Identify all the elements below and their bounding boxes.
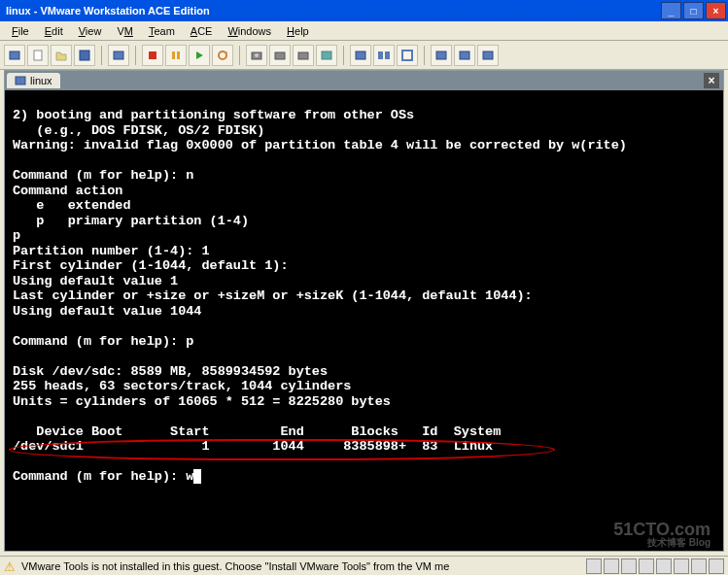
tray-printer-icon[interactable]	[709, 558, 724, 574]
tray-usb-icon[interactable]	[674, 558, 689, 574]
tray-cd-icon[interactable]	[621, 558, 637, 574]
toolbar-settings-icon[interactable]	[108, 45, 129, 66]
svg-rect-10	[275, 52, 285, 59]
play-button[interactable]	[189, 45, 210, 66]
svg-point-9	[255, 53, 259, 57]
warning-icon: ⚠	[4, 559, 17, 573]
close-button[interactable]: ×	[706, 2, 726, 19]
svg-rect-3	[114, 51, 123, 59]
menu-windows[interactable]: Windows	[220, 23, 279, 39]
menu-vm[interactable]: VM	[109, 23, 141, 39]
svg-rect-14	[378, 51, 383, 59]
tab-label: linux	[30, 75, 52, 86]
show-console-button[interactable]	[350, 45, 371, 66]
toolbar-poweron-icon[interactable]	[4, 45, 25, 66]
svg-rect-15	[385, 51, 390, 59]
toolbar-new-icon[interactable]	[27, 45, 49, 66]
window-title: linux - VMware Workstation ACE Edition	[2, 5, 661, 17]
toolbar-separator	[239, 46, 240, 65]
menubar: File Edit View VM Team ACE Windows Help	[0, 21, 728, 41]
statusbar: ⚠ VMware Tools is not installed in this …	[0, 556, 728, 575]
tab-strip: linux ×	[5, 71, 723, 90]
svg-rect-1	[34, 51, 42, 60]
tab-linux[interactable]: linux	[7, 73, 60, 88]
window-controls: _ □ ×	[661, 2, 726, 19]
terminal[interactable]: 2) booting and partitioning software fro…	[5, 90, 723, 551]
toolbar-separator	[101, 46, 102, 65]
svg-rect-19	[483, 51, 493, 59]
menu-edit[interactable]: Edit	[37, 23, 71, 39]
svg-rect-18	[460, 51, 469, 59]
toolbar-separator	[343, 46, 344, 65]
menu-file[interactable]: File	[4, 23, 37, 39]
tray-icons	[586, 558, 724, 574]
highlight-oval	[9, 439, 555, 460]
maximize-button[interactable]: □	[683, 2, 704, 19]
svg-rect-20	[16, 77, 25, 85]
toolbar-separator	[424, 46, 425, 65]
toolbar	[0, 41, 728, 70]
tray-sound-icon[interactable]	[691, 558, 707, 574]
tray-network-icon[interactable]	[656, 558, 672, 574]
svg-point-7	[219, 51, 226, 59]
stop-button[interactable]	[142, 45, 163, 66]
svg-rect-0	[10, 51, 19, 59]
content-area: linux × 2) booting and partitioning soft…	[4, 70, 724, 552]
sidebar-button[interactable]	[477, 45, 499, 66]
status-text: VMware Tools is not installed in this gu…	[21, 560, 582, 572]
svg-rect-6	[177, 51, 180, 59]
toolbar-save-icon[interactable]	[74, 45, 95, 66]
svg-rect-5	[172, 51, 175, 59]
tray-floppy-icon[interactable]	[639, 558, 654, 574]
menu-ace[interactable]: ACE	[183, 23, 221, 39]
pause-button[interactable]	[165, 45, 187, 66]
svg-rect-12	[322, 51, 331, 59]
menu-view[interactable]: View	[71, 23, 110, 39]
svg-rect-2	[80, 51, 89, 60]
menu-help[interactable]: Help	[279, 23, 317, 39]
toolbar-open-icon[interactable]	[51, 45, 72, 66]
screenshot-button[interactable]	[316, 45, 337, 66]
svg-rect-4	[149, 51, 156, 59]
svg-rect-13	[356, 51, 365, 59]
vm-icon	[15, 75, 26, 86]
manage-snapshots-button[interactable]	[293, 45, 314, 66]
quickswitch-button[interactable]	[373, 45, 395, 66]
menu-team[interactable]: Team	[141, 23, 183, 39]
svg-rect-16	[402, 51, 412, 60]
summary-button[interactable]	[431, 45, 452, 66]
tab-close-button[interactable]: ×	[704, 73, 719, 88]
fullscreen-button[interactable]	[397, 45, 418, 66]
toolbar-separator	[135, 46, 136, 65]
svg-rect-11	[298, 52, 308, 59]
snapshot-button[interactable]	[246, 45, 267, 66]
unity-button[interactable]	[454, 45, 475, 66]
titlebar: linux - VMware Workstation ACE Edition _…	[0, 0, 728, 21]
minimize-button[interactable]: _	[661, 2, 681, 19]
revert-button[interactable]	[269, 45, 291, 66]
tray-hdd-icon[interactable]	[586, 558, 602, 574]
reset-button[interactable]	[212, 45, 233, 66]
svg-rect-17	[436, 51, 446, 59]
tray-hdd2-icon[interactable]	[604, 558, 619, 574]
